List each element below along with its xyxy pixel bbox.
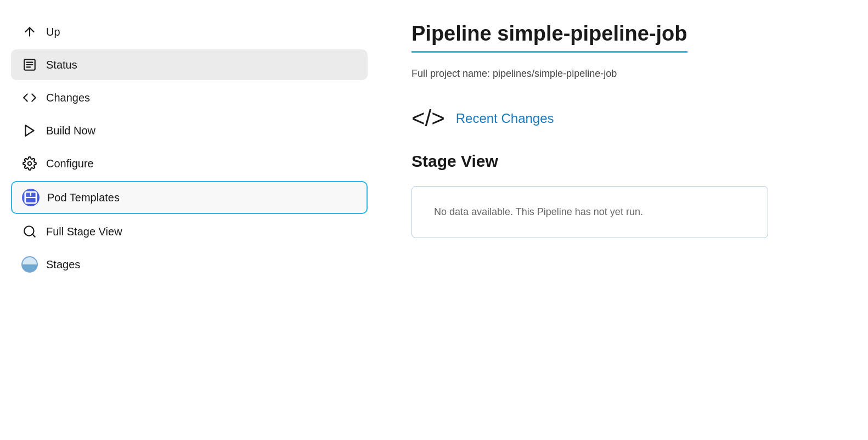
- page-title: Pipeline simple-pipeline-job: [412, 22, 687, 53]
- stages-icon: [22, 257, 37, 272]
- sidebar: Up Status Changes Build: [0, 0, 379, 440]
- sidebar-item-changes[interactable]: Changes: [11, 82, 368, 113]
- sidebar-item-build-now[interactable]: Build Now: [11, 115, 368, 146]
- main-content: Pipeline simple-pipeline-job Full projec…: [379, 0, 868, 440]
- stage-view-empty-box: No data available. This Pipeline has not…: [412, 186, 768, 238]
- sidebar-item-pod-templates-label: Pod Templates: [47, 191, 120, 204]
- sidebar-item-full-stage-view-label: Full Stage View: [46, 225, 122, 238]
- sidebar-item-pod-templates[interactable]: Pod Templates: [11, 181, 368, 214]
- gear-icon: [22, 156, 37, 171]
- svg-line-11: [32, 234, 35, 237]
- pod-icon: [23, 190, 38, 205]
- code-icon: [22, 90, 37, 105]
- play-icon: [22, 123, 37, 138]
- sidebar-item-status[interactable]: Status: [11, 49, 368, 80]
- full-project-name: Full project name: pipelines/simple-pipe…: [412, 68, 835, 80]
- sidebar-item-configure[interactable]: Configure: [11, 148, 368, 179]
- sidebar-item-status-label: Status: [46, 59, 77, 71]
- sidebar-item-configure-label: Configure: [46, 157, 94, 170]
- recent-changes-link[interactable]: Recent Changes: [456, 111, 554, 126]
- sidebar-item-up[interactable]: Up: [11, 16, 368, 47]
- svg-marker-5: [25, 125, 33, 136]
- stage-view-empty-message: No data available. This Pipeline has not…: [434, 206, 746, 218]
- svg-point-6: [28, 162, 32, 166]
- sidebar-item-build-now-label: Build Now: [46, 125, 95, 137]
- search-icon: [22, 224, 37, 239]
- sidebar-item-full-stage-view[interactable]: Full Stage View: [11, 216, 368, 247]
- sidebar-item-stages-label: Stages: [46, 258, 80, 271]
- sidebar-item-up-label: Up: [46, 26, 60, 38]
- recent-changes-section: </> Recent Changes: [412, 107, 835, 130]
- sidebar-item-stages[interactable]: Stages: [11, 249, 368, 280]
- up-arrow-icon: [22, 24, 37, 40]
- code-icon-large: </>: [412, 107, 445, 130]
- sidebar-item-changes-label: Changes: [46, 92, 90, 104]
- stage-view-heading: Stage View: [412, 152, 835, 171]
- status-icon: [22, 57, 37, 72]
